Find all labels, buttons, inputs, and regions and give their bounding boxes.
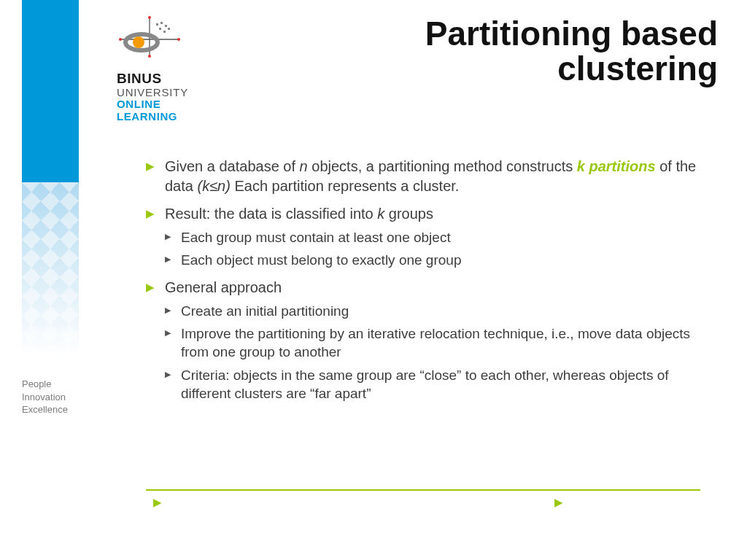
svg-point-3 (119, 38, 122, 41)
svg-rect-8 (156, 23, 158, 26)
sidebar-graphic (22, 0, 79, 365)
svg-point-4 (177, 38, 180, 41)
svg-rect-13 (168, 28, 170, 30)
bullet-2-sub2: Each object must belong to exactly one g… (165, 251, 700, 269)
svg-point-2 (148, 16, 151, 19)
footer-divider (146, 489, 700, 491)
tagline-line1: People (22, 378, 68, 391)
title-line1: Partitioning based (425, 16, 718, 51)
bullet-1: Given a database of n objects, a partiti… (146, 157, 700, 195)
slide-content: Given a database of n objects, a partiti… (146, 157, 700, 411)
bullet-3-sub2: Improve the partitioning by an iterative… (165, 324, 700, 362)
logo-line3: ONLINE (117, 98, 241, 111)
tagline-line2: Innovation (22, 391, 68, 404)
bullet-2: Result: the data is classified into k gr… (146, 204, 700, 269)
logo: BINUS UNIVERSITY ONLINE LEARNING (117, 16, 241, 122)
sidebar-pattern-band (22, 182, 79, 365)
title-line2: clustering (425, 51, 718, 86)
logo-line1: BINUS (117, 71, 241, 87)
nav-prev-icon[interactable]: ▶ (153, 496, 162, 509)
svg-rect-12 (163, 31, 166, 33)
page-title: Partitioning based clustering (425, 16, 718, 87)
bullet-3-sub3: Criteria: objects in the same group are … (165, 366, 700, 403)
logo-line4: LEARNING (117, 111, 241, 123)
logo-icon (117, 16, 182, 67)
bullet-2-sub1: Each group must contain at least one obj… (165, 228, 700, 246)
bullet-3-sub1: Create an initial partitioning (165, 302, 700, 320)
tagline: People Innovation Excellence (22, 378, 68, 416)
sidebar-solid-band (22, 0, 79, 182)
svg-rect-11 (159, 28, 161, 30)
logo-text: BINUS UNIVERSITY ONLINE LEARNING (117, 71, 241, 122)
tagline-line3: Excellence (22, 403, 68, 416)
bullet-3: General approach Create an initial parti… (146, 278, 700, 402)
k-partitions-emph: k partitions (577, 158, 656, 174)
nav-next-icon[interactable]: ▶ (554, 496, 563, 509)
svg-rect-10 (165, 25, 167, 27)
svg-rect-9 (160, 22, 163, 24)
svg-point-5 (148, 55, 151, 58)
logo-line2: UNIVERSITY (117, 87, 241, 99)
svg-point-7 (133, 36, 144, 48)
